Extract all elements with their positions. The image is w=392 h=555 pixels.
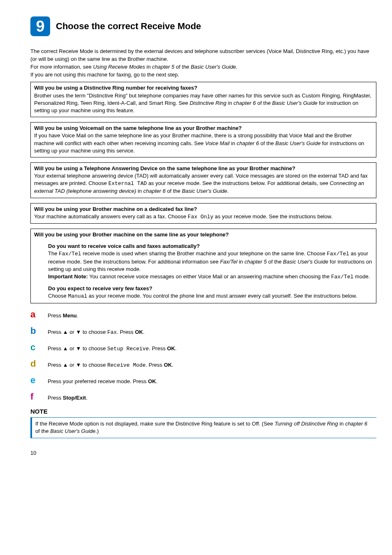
box-tad: Will you be using a Telephone Answering … [30, 162, 376, 198]
step-b: b Press ▲ or ▼ to choose Fax. Press OK. [30, 326, 376, 336]
box2-ital3: Basic User's Guide [275, 140, 321, 146]
step-f-end: . [86, 395, 88, 401]
step-f-bold: Stop/Exit [63, 395, 86, 401]
box3-body-mid: as your receive mode. See the instructio… [147, 180, 330, 186]
page-title: Choose the correct Receive Mode [56, 21, 201, 32]
step-b-end: . [143, 329, 145, 335]
note-ital2: chapter 6 [345, 421, 367, 427]
box4-body-end: as your receive mode. See the instructio… [213, 213, 332, 220]
box5-indent: Do you want to receive voice calls and f… [48, 243, 373, 300]
step-b-or: or [68, 329, 76, 335]
box-same-line: Will you be using your Brother machine o… [30, 229, 376, 303]
step-letter-b: b [30, 326, 48, 336]
box5-sub1-mid1: receive mode is used when sharing the Br… [81, 250, 327, 257]
intro-p3: If you are not using this machine for fa… [30, 72, 179, 78]
box5-sub1-mid3: in [238, 259, 244, 265]
note-end: .) [95, 428, 99, 434]
step-e-pre: Press your preferred receive mode. Press [48, 378, 148, 384]
step-e-bold: OK [148, 378, 156, 384]
step-c-mono: Setup Receive [107, 346, 149, 352]
box2-mid1: in [230, 140, 237, 146]
box1-mid1: in [226, 100, 233, 106]
box5-sub1-title: Do you want to receive voice calls and f… [48, 243, 373, 250]
intro-p2-ital2: chapter 5 [152, 64, 174, 70]
box5-sub1-mono2: Fax/Tel [327, 251, 349, 257]
step-number-badge: 9 [30, 16, 50, 36]
box1-title: Will you be using a Distinctive Ring num… [34, 85, 197, 91]
box5-sub2-title: Do you expect to receive very few faxes? [48, 285, 373, 292]
step-b-mid: to choose [81, 329, 107, 335]
intro-p2-end: . [236, 64, 238, 70]
step-a-pre: Press [48, 312, 63, 319]
box1-ital1: Distinctive Ring [189, 100, 226, 106]
step-d-mid: to choose [81, 362, 107, 368]
step-letter-d: d [30, 358, 48, 369]
box2-title: Will you be using Voicemail on the same … [34, 125, 242, 131]
step-b-mono: Fax [107, 329, 117, 335]
intro-p2-mid: in [145, 64, 152, 70]
step-b-bold: OK [135, 329, 143, 335]
box5-sub1-mono1: Fax/Tel [59, 251, 81, 257]
step-c: c Press ▲ or ▼ to choose Setup Receive. … [30, 342, 376, 353]
step-letter-e: e [30, 375, 48, 386]
box3-title: Will you be using a Telephone Answering … [34, 165, 295, 171]
box5-sub1-note-bold: Important Note: [48, 273, 88, 280]
step-d: d Press ▲ or ▼ to choose Receive Mode. P… [30, 358, 376, 369]
intro-p2-ital1: Using Receive Modes [93, 64, 145, 70]
note-box: If the Receive Mode option is not displa… [30, 417, 376, 439]
step-a-bold: Menu [63, 312, 77, 319]
box2-ital1: Voice Mail [205, 140, 229, 146]
box3-mid1: in [136, 188, 143, 194]
note-ital3: Basic User's Guide [50, 428, 95, 434]
intro-p2-ital3: Basic User's Guide [191, 64, 236, 70]
step-b-pre: Press [48, 329, 63, 335]
box2-mid2: of the [259, 140, 275, 146]
step-c-pre: Press [48, 345, 63, 352]
box5-sub1-ital3: Basic User's Guide [283, 259, 328, 265]
box-voicemail: Will you be using Voicemail on the same … [30, 122, 376, 157]
step-c-or: or [68, 345, 76, 352]
step-d-pre: Press [48, 362, 63, 368]
down-arrow-icon: ▼ [76, 362, 81, 368]
box3-end: . [227, 188, 229, 194]
box3-mid2: of the [166, 188, 182, 194]
step-f: f Press Stop/Exit. [30, 391, 376, 402]
up-arrow-icon: ▲ [63, 345, 68, 352]
note-mid2: of the [35, 428, 50, 434]
intro-p2-mid2: of the [174, 64, 191, 70]
steps-list: a Press Menu. b Press ▲ or ▼ to choose F… [30, 309, 376, 402]
intro-p1: The correct Receive Mode is determined b… [30, 48, 369, 62]
step-d-or: or [68, 362, 76, 368]
step-e: e Press your preferred receive mode. Pre… [30, 375, 376, 386]
step-letter-a: a [30, 309, 48, 320]
step-letter-c: c [30, 342, 48, 353]
up-arrow-icon: ▲ [63, 329, 68, 335]
box5-sub1-ital2: chapter 5 [244, 259, 267, 265]
step-d-end: . [172, 362, 173, 368]
note-heading: NOTE [30, 408, 376, 415]
note-mid1: in [338, 421, 345, 427]
up-arrow-icon: ▲ [63, 362, 68, 368]
box5-sub2-mono: Manual [68, 293, 87, 299]
step-title-row: 9 Choose the correct Receive Mode [30, 16, 376, 36]
box5-sub1-note-pre: You cannot receive voice messages on eit… [88, 273, 331, 280]
box5-sub2-pre: Choose [48, 293, 68, 299]
box5-title: Will you be using your Brother machine o… [34, 231, 229, 238]
step-c-end: . [175, 345, 177, 352]
box5-sub1-mid4: of the [267, 259, 283, 265]
step-c-bold: OK [167, 345, 175, 352]
step-f-pre: Press [48, 395, 63, 401]
step-letter-f: f [30, 391, 48, 402]
step-b-dot: . Press [117, 329, 135, 335]
step-a: a Press Menu. [30, 309, 376, 320]
box2-ital2: chapter 6 [237, 140, 259, 146]
intro-block: The correct Receive Mode is determined b… [30, 48, 376, 79]
box3-mono1: External TAD [108, 180, 147, 187]
box4-body-pre: Your machine automatically answers every… [34, 213, 188, 220]
box5-sub1-note-mono: Fax/Tel [331, 274, 354, 280]
intro-p2-pre: For more information, see [30, 64, 93, 70]
box4-title: Will you be using your Brother machine o… [34, 206, 197, 212]
page-number: 10 [30, 450, 376, 456]
box3-ital3: Basic User's Guide [182, 188, 227, 194]
box-dedicated-fax: Will you be using your Brother machine o… [30, 203, 376, 224]
